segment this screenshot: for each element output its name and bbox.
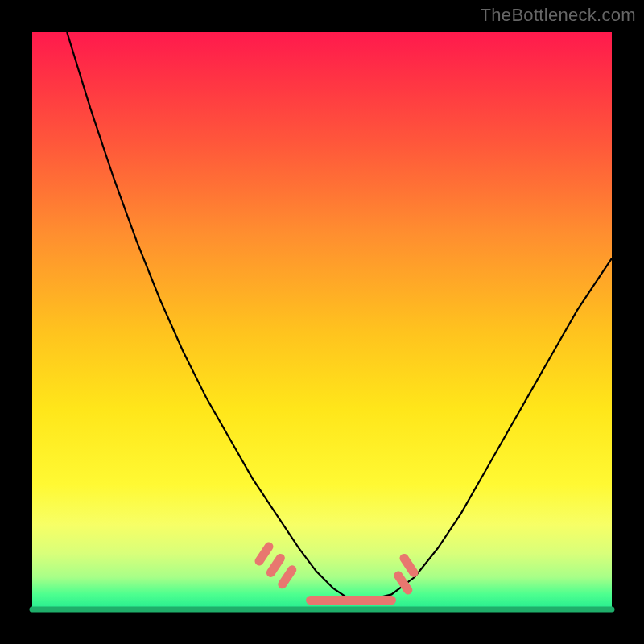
marker-dot <box>270 558 280 572</box>
chart-frame: TheBottleneck.com <box>0 0 644 644</box>
marker-dot <box>259 547 269 561</box>
plot-area <box>32 32 612 612</box>
chart-svg <box>32 32 612 612</box>
marker-dot <box>283 570 292 584</box>
bottleneck-curve <box>67 32 612 601</box>
watermark-text: TheBottleneck.com <box>481 5 636 26</box>
marker-dot <box>404 558 414 572</box>
highlight-markers <box>259 547 414 601</box>
